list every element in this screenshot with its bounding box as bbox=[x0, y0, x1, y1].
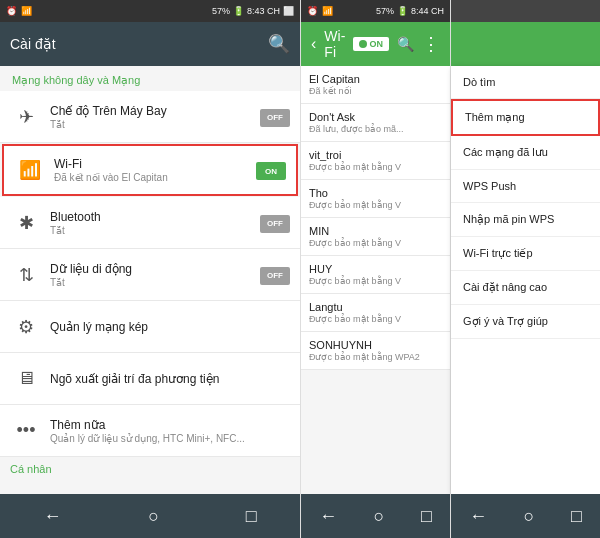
wifi-on-badge[interactable]: ON bbox=[353, 37, 390, 51]
wifi-toggle[interactable]: ON bbox=[256, 160, 286, 181]
more-content: Thêm nữa Quản lý dữ liệu sử dụng, HTC Mi… bbox=[42, 418, 290, 444]
status-bar-2: ⏰ 📶 57% 🔋 8:44 CH bbox=[301, 0, 450, 22]
media-output-title: Ngõ xuất giải trí đa phương tiện bbox=[50, 372, 290, 386]
wifi-title: Wi-Fi bbox=[54, 157, 256, 171]
bluetooth-title: Bluetooth bbox=[50, 210, 260, 224]
recents-nav-icon[interactable]: □ bbox=[246, 506, 257, 527]
media-output-item[interactable]: 🖥 Ngõ xuất giải trí đa phương tiện bbox=[0, 353, 300, 405]
wifi-name-vit-troi: vit_troi bbox=[309, 149, 442, 161]
recents-nav-2[interactable]: □ bbox=[421, 506, 432, 527]
wifi-network-el-capitan[interactable]: El Capitan Đã kết nối bbox=[301, 66, 450, 104]
menu-item-them-mang[interactable]: Thêm mạng bbox=[451, 99, 600, 136]
alarm-icon: ⏰ bbox=[6, 6, 17, 16]
more-title: Thêm nữa bbox=[50, 418, 290, 432]
mobile-data-content: Dữ liệu di động Tắt bbox=[42, 262, 260, 288]
bluetooth-item[interactable]: ✱ Bluetooth Tắt OFF bbox=[0, 197, 300, 249]
wifi-status-el-capitan: Đã kết nối bbox=[309, 86, 442, 96]
menu-item-cac-mang[interactable]: Các mạng đã lưu bbox=[451, 136, 600, 170]
wifi-search-icon[interactable]: 🔍 bbox=[397, 36, 414, 52]
wifi-network-dont-ask[interactable]: Don't Ask Đã lưu, được bảo mã... bbox=[301, 104, 450, 142]
menu-item-wifi-direct[interactable]: Wi-Fi trực tiếp bbox=[451, 237, 600, 271]
search-icon[interactable]: 🔍 bbox=[268, 33, 290, 55]
wifi-icon: 📶 bbox=[14, 154, 46, 186]
menu-item-do-tim[interactable]: Dò tìm bbox=[451, 66, 600, 99]
airplane-mode-item[interactable]: ✈ Chế độ Trên Máy Bay Tắt OFF bbox=[0, 91, 300, 143]
bottom-nav-2: ← ○ □ bbox=[301, 494, 450, 538]
dual-network-item[interactable]: ⚙ Quản lý mạng kép bbox=[0, 301, 300, 353]
menu-toolbar-spacer bbox=[451, 22, 600, 66]
wifi-panel: ⏰ 📶 57% 🔋 8:44 CH ‹ Wi-Fi ON 🔍 ⋮ El Capi… bbox=[300, 0, 450, 538]
wifi-network-list: El Capitan Đã kết nối Don't Ask Đã lưu, … bbox=[301, 66, 450, 494]
wifi-status-dont-ask: Đã lưu, được bảo mã... bbox=[309, 124, 442, 134]
media-output-content: Ngõ xuất giải trí đa phương tiện bbox=[42, 372, 290, 386]
bluetooth-toggle-label: OFF bbox=[260, 215, 290, 233]
mobile-data-icon: ⇅ bbox=[10, 259, 42, 291]
menu-item-wps-push[interactable]: WPS Push bbox=[451, 170, 600, 203]
wifi-content: Wi-Fi Đã kết nối vào El Capitan bbox=[46, 157, 256, 183]
back-nav-2[interactable]: ← bbox=[319, 506, 337, 527]
bottom-nav-1: ← ○ □ bbox=[0, 494, 300, 538]
bluetooth-toggle[interactable]: OFF bbox=[260, 212, 290, 233]
status-bar-3 bbox=[451, 0, 600, 22]
battery-icon-2: 🔋 bbox=[397, 6, 408, 16]
wifi-network-langtu[interactable]: Langtu Được bảo mật bằng V bbox=[301, 294, 450, 332]
more-subtitle: Quản lý dữ liệu sử dụng, HTC Mini+, NFC.… bbox=[50, 433, 290, 444]
back-nav-3[interactable]: ← bbox=[469, 506, 487, 527]
status-bar2-right: 57% 🔋 8:44 CH bbox=[376, 6, 444, 16]
screenshot-icon: ⬜ bbox=[283, 6, 294, 16]
battery-percent: 57% bbox=[212, 6, 230, 16]
wifi-network-tho[interactable]: Tho Được bảo mật bằng V bbox=[301, 180, 450, 218]
back-nav-icon[interactable]: ← bbox=[43, 506, 61, 527]
wifi-name-el-capitan: El Capitan bbox=[309, 73, 442, 85]
wifi-subtitle: Đã kết nối vào El Capitan bbox=[54, 172, 256, 183]
wifi-status-sonhuynh: Được bảo mật bằng WPA2 bbox=[309, 352, 442, 362]
dual-network-icon: ⚙ bbox=[10, 311, 42, 343]
signal-icon-2: 📶 bbox=[322, 6, 333, 16]
menu-label-wps-push: WPS Push bbox=[463, 180, 516, 192]
settings-title: Cài đặt bbox=[10, 36, 260, 52]
more-item[interactable]: ••• Thêm nữa Quản lý dữ liệu sử dụng, HT… bbox=[0, 405, 300, 457]
mobile-data-subtitle: Tắt bbox=[50, 277, 260, 288]
wifi-status-vit-troi: Được bảo mật bằng V bbox=[309, 162, 442, 172]
network-section-header: Mạng không dây và Mạng bbox=[0, 66, 300, 91]
airplane-toggle[interactable]: OFF bbox=[260, 106, 290, 127]
wifi-status-min: Được bảo mật bằng V bbox=[309, 238, 442, 248]
back-button[interactable]: ‹ bbox=[311, 35, 316, 53]
menu-item-wps-pin[interactable]: Nhập mã pin WPS bbox=[451, 203, 600, 237]
wifi-network-vit-troi[interactable]: vit_troi Được bảo mật bằng V bbox=[301, 142, 450, 180]
status-bar-1: ⏰ 📶 57% 🔋 8:43 CH ⬜ bbox=[0, 0, 300, 22]
home-nav-3[interactable]: ○ bbox=[524, 506, 535, 527]
settings-panel: ⏰ 📶 57% 🔋 8:43 CH ⬜ Cài đặt 🔍 Mạng không… bbox=[0, 0, 300, 538]
mobile-data-item[interactable]: ⇅ Dữ liệu di động Tắt OFF bbox=[0, 249, 300, 301]
menu-item-goi-y[interactable]: Gợi ý và Trợ giúp bbox=[451, 305, 600, 339]
status-bar2-left: ⏰ 📶 bbox=[307, 6, 333, 16]
menu-label-wifi-direct: Wi-Fi trực tiếp bbox=[463, 247, 533, 259]
wifi-on-dot bbox=[359, 40, 367, 48]
settings-list: ✈ Chế độ Trên Máy Bay Tắt OFF 📶 Wi-Fi Đã… bbox=[0, 91, 300, 494]
dropdown-menu: Dò tìm Thêm mạng Các mạng đã lưu WPS Pus… bbox=[451, 66, 600, 494]
home-nav-2[interactable]: ○ bbox=[374, 506, 385, 527]
wifi-network-huy[interactable]: HUY Được bảo mật bằng V bbox=[301, 256, 450, 294]
time-display: 8:43 CH bbox=[247, 6, 280, 16]
more-icon: ••• bbox=[10, 415, 42, 447]
bluetooth-icon: ✱ bbox=[10, 207, 42, 239]
airplane-icon: ✈ bbox=[10, 101, 42, 133]
mobile-data-toggle[interactable]: OFF bbox=[260, 264, 290, 285]
wifi-network-sonhuynh[interactable]: SONHUYNH Được bảo mật bằng WPA2 bbox=[301, 332, 450, 370]
recents-nav-3[interactable]: □ bbox=[571, 506, 582, 527]
wifi-more-icon[interactable]: ⋮ bbox=[422, 33, 440, 55]
status-bar-right: 57% 🔋 8:43 CH ⬜ bbox=[212, 6, 294, 16]
wifi-network-min[interactable]: MIN Được bảo mật bằng V bbox=[301, 218, 450, 256]
wifi-name-min: MIN bbox=[309, 225, 442, 237]
bluetooth-subtitle: Tắt bbox=[50, 225, 260, 236]
airplane-toggle-label: OFF bbox=[260, 109, 290, 127]
home-nav-icon[interactable]: ○ bbox=[148, 506, 159, 527]
personal-header: Cá nhân bbox=[0, 457, 300, 481]
wifi-name-langtu: Langtu bbox=[309, 301, 442, 313]
menu-label-cai-dat: Cài đặt nâng cao bbox=[463, 281, 547, 293]
menu-item-cai-dat[interactable]: Cài đặt nâng cao bbox=[451, 271, 600, 305]
wifi-status-langtu: Được bảo mật bằng V bbox=[309, 314, 442, 324]
menu-label-cac-mang: Các mạng đã lưu bbox=[463, 146, 548, 158]
menu-label-them-mang: Thêm mạng bbox=[465, 111, 525, 123]
wifi-item[interactable]: 📶 Wi-Fi Đã kết nối vào El Capitan ON bbox=[2, 144, 298, 196]
